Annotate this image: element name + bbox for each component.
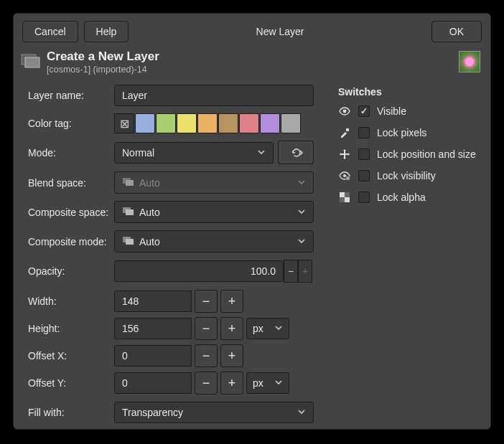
svg-rect-13 [345, 197, 350, 202]
composite-space-select[interactable]: Auto [114, 201, 314, 223]
offset-unit-select[interactable]: px [246, 372, 289, 394]
lock-visibility-label: Lock visibility [377, 170, 436, 181]
blend-space-label: Blend space: [28, 177, 114, 189]
opacity-label: Opacity: [28, 265, 114, 277]
visible-checkbox[interactable] [358, 105, 370, 117]
fill-with-value: Transparency [122, 407, 183, 418]
size-unit-select[interactable]: px [246, 318, 289, 339]
composite-mode-label: Composite mode: [28, 236, 114, 247]
layer-icon [21, 52, 41, 68]
lock-pixels-label: Lock pixels [377, 127, 426, 138]
move-lock-icon [338, 148, 351, 160]
size-unit-value: px [253, 323, 263, 334]
lock-alpha-checkbox[interactable] [358, 192, 370, 203]
svg-rect-1 [25, 57, 39, 67]
opacity-input[interactable] [114, 260, 284, 282]
height-input[interactable] [114, 318, 192, 339]
layers-icon [122, 235, 135, 247]
height-label: Height: [28, 323, 114, 334]
chevron-down-icon [257, 147, 266, 159]
fill-with-select[interactable]: Transparency [114, 402, 314, 423]
composite-space-label: Composite space: [28, 207, 114, 218]
color-tag-swatch[interactable] [239, 113, 259, 133]
visible-label: Visible [377, 105, 406, 117]
visibility-lock-icon [338, 170, 351, 181]
svg-rect-9 [346, 128, 349, 131]
switches-title: Switches [338, 86, 480, 98]
offset-y-increment-button[interactable]: + [220, 372, 243, 395]
blend-space-value: Auto [139, 177, 160, 189]
offset-y-input[interactable] [114, 372, 192, 394]
width-increment-button[interactable]: + [220, 290, 243, 313]
composite-mode-select[interactable]: Auto [114, 230, 314, 252]
blend-space-select[interactable]: Auto [114, 171, 314, 194]
dialog-title: New Layer [256, 26, 304, 37]
lock-visibility-checkbox[interactable] [358, 170, 370, 181]
header-subtitle: [cosmos-1] (imported)-14 [47, 65, 459, 75]
header: Create a New Layer [cosmos-1] (imported)… [14, 48, 490, 79]
offset-x-label: Offset X: [28, 350, 114, 362]
layer-name-label: Layer name: [28, 90, 114, 101]
color-tag-swatch[interactable] [218, 113, 238, 133]
opacity-decrement-button[interactable]: − [284, 260, 298, 283]
lock-position-label: Lock position and size [377, 148, 476, 160]
color-tag-swatches [114, 113, 301, 133]
layers-icon [122, 176, 135, 189]
chevron-down-icon [297, 207, 306, 218]
svg-rect-12 [340, 192, 345, 197]
chevron-down-icon [274, 377, 283, 389]
width-label: Width: [28, 296, 114, 307]
offset-unit-value: px [253, 377, 263, 389]
svg-point-8 [343, 110, 347, 113]
alpha-lock-icon [338, 192, 351, 203]
chevron-down-icon [297, 177, 306, 189]
lock-alpha-label: Lock alpha [377, 192, 426, 203]
new-layer-dialog: Cancel Help New Layer OK Create a New La… [13, 13, 491, 430]
layer-name-input[interactable] [114, 85, 314, 106]
fill-with-label: Fill with: [28, 407, 114, 418]
color-tag-swatch[interactable] [135, 113, 155, 133]
color-tag-swatch[interactable] [281, 113, 301, 133]
width-input[interactable] [114, 291, 192, 312]
color-tag-swatch[interactable] [197, 113, 218, 133]
layers-icon [122, 206, 135, 218]
svg-point-10 [343, 174, 346, 177]
svg-rect-3 [126, 180, 134, 186]
height-increment-button[interactable]: + [220, 317, 243, 340]
width-decrement-button[interactable]: − [195, 290, 218, 313]
lock-position-checkbox[interactable] [358, 148, 370, 160]
svg-rect-7 [126, 239, 134, 245]
mode-select[interactable]: Normal [114, 142, 274, 164]
lock-pixels-checkbox[interactable] [358, 127, 370, 138]
opacity-increment-button[interactable]: + [298, 260, 312, 283]
offset-x-increment-button[interactable]: + [220, 344, 243, 367]
chevron-down-icon [297, 407, 306, 418]
help-button[interactable]: Help [84, 21, 129, 42]
eye-icon [338, 105, 351, 117]
ok-button[interactable]: OK [431, 21, 482, 42]
brush-lock-icon [338, 127, 351, 138]
chevron-down-icon [274, 323, 283, 334]
color-tag-swatch[interactable] [177, 113, 197, 133]
header-title: Create a New Layer [47, 49, 459, 64]
offset-x-input[interactable] [114, 345, 192, 367]
chevron-down-icon [297, 236, 306, 247]
offset-x-decrement-button[interactable]: − [195, 344, 218, 367]
svg-rect-5 [126, 209, 134, 215]
composite-space-value: Auto [139, 207, 160, 218]
color-tag-swatch[interactable] [156, 113, 176, 133]
height-decrement-button[interactable]: − [195, 317, 218, 340]
mode-value: Normal [122, 147, 154, 159]
svg-rect-15 [340, 197, 345, 202]
color-tag-swatch[interactable] [260, 113, 280, 133]
mode-label: Mode: [28, 147, 114, 159]
color-tag-label: Color tag: [28, 118, 114, 129]
mode-reset-button[interactable] [278, 141, 314, 164]
svg-rect-14 [345, 192, 350, 197]
cancel-button[interactable]: Cancel [22, 21, 78, 42]
color-tag-none[interactable] [114, 113, 134, 133]
titlebar: Cancel Help New Layer OK [14, 14, 490, 48]
image-thumbnail [459, 51, 480, 72]
composite-mode-value: Auto [139, 236, 160, 247]
offset-y-decrement-button[interactable]: − [195, 372, 218, 395]
